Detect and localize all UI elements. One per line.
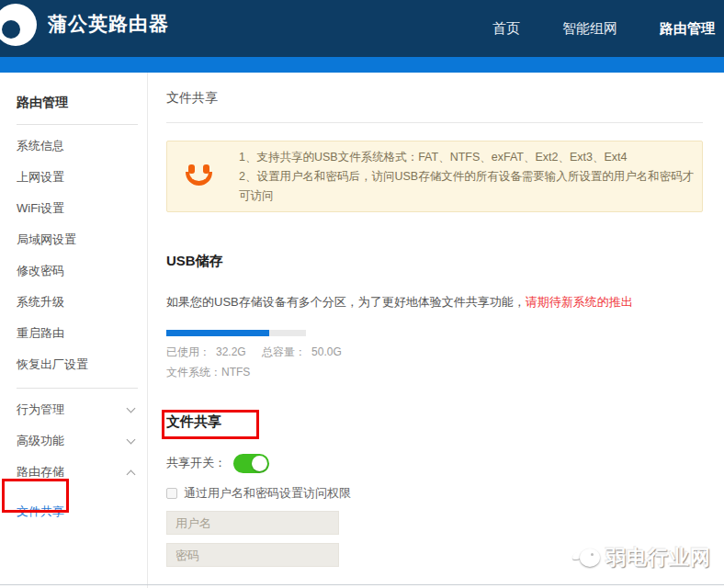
sidebar-item-file-sharing[interactable]: 文件共享: [17, 493, 147, 530]
sidebar-item-lan-settings[interactable]: 局域网设置: [17, 224, 147, 255]
usb-used-value: 32.2G: [216, 345, 246, 358]
nav-item-smart-network[interactable]: 智能组网: [562, 20, 617, 38]
sidebar-item-factory-reset[interactable]: 恢复出厂设置: [17, 349, 147, 380]
share-switch-row: 共享开关：: [166, 453, 703, 473]
sidebar-item-system-info[interactable]: 系统信息: [17, 130, 147, 162]
usb-filesystem: 文件系统：NTFS: [166, 365, 703, 380]
nav-item-home[interactable]: 首页: [492, 20, 520, 38]
usb-total-value: 50.0G: [311, 345, 342, 358]
sidebar-group-advanced-features[interactable]: 高级功能: [17, 425, 138, 457]
usb-progress-bar: [166, 330, 306, 336]
sidebar-group-label: 路由存储: [17, 465, 64, 479]
sidebar-divider: [17, 388, 138, 389]
chevron-up-icon: [127, 470, 136, 480]
notice-line-2: 2、设置用户名和密码后，访问USB存储文件的所有设备需要输入所设置的用户名和密码…: [239, 167, 702, 206]
sidebar-section-title: 路由管理: [17, 95, 147, 111]
file-sharing-heading: 文件共享: [166, 413, 703, 431]
smiley-icon: [186, 164, 215, 188]
share-toggle-knob: [252, 456, 267, 471]
sidebar: 路由管理 系统信息 上网设置 WiFi设置 局域网设置 修改密码 系统升级 重启…: [0, 73, 148, 588]
usb-fs-label: 文件系统：: [166, 366, 221, 379]
auth-checkbox[interactable]: [166, 488, 177, 499]
auth-checkbox-label: 通过用户名和密码设置访问权限: [184, 485, 351, 502]
chevron-down-icon: [127, 404, 136, 413]
sidebar-item-system-upgrade[interactable]: 系统升级: [17, 287, 147, 318]
watermark: 弱电行业网: [572, 544, 711, 571]
notice-line-1: 1、支持共享的USB文件系统格式：FAT、NTFS、exFAT、Ext2、Ext…: [239, 148, 702, 167]
sidebar-item-change-password[interactable]: 修改密码: [17, 255, 147, 287]
title-divider: [166, 122, 703, 123]
auth-checkbox-row: 通过用户名和密码设置访问权限: [166, 485, 703, 502]
watermark-bird-icon: [572, 547, 600, 569]
username-field[interactable]: [166, 511, 339, 535]
usb-used-label: 已使用：: [166, 345, 210, 358]
usb-new-system-notice: 请期待新系统的推出: [526, 295, 633, 309]
sidebar-group-label: 高级功能: [17, 434, 64, 447]
nav-item-router-management[interactable]: 路由管理: [660, 20, 715, 38]
sidebar-group-router-storage[interactable]: 路由存储: [17, 457, 138, 488]
chevron-down-icon: [127, 435, 136, 445]
usb-fs-value: NTFS: [221, 366, 250, 379]
usb-storage-heading: USB储存: [166, 253, 703, 270]
sidebar-item-internet-settings[interactable]: 上网设置: [17, 162, 147, 193]
sidebar-divider: [17, 124, 138, 125]
sidebar-group-label: 行为管理: [17, 402, 64, 416]
app-header: 蒲公英路由器 首页 智能组网 路由管理: [0, 0, 724, 57]
usb-progress-fill: [166, 330, 269, 336]
header-accent-bar: [0, 57, 724, 73]
bottom-divider: [0, 584, 724, 585]
brand-title: 蒲公英路由器: [48, 11, 169, 37]
brand-logo-icon: [0, 4, 37, 46]
share-switch-label: 共享开关：: [166, 455, 226, 471]
usb-usage-stats: 已使用：32.2G 总容量：50.0G: [166, 345, 703, 360]
page-title: 文件共享: [166, 90, 703, 107]
main-content: 文件共享 1、支持共享的USB文件系统格式：FAT、NTFS、exFAT、Ext…: [166, 73, 703, 588]
password-field[interactable]: [166, 543, 339, 567]
notice-box: 1、支持共享的USB文件系统格式：FAT、NTFS、exFAT、Ext2、Ext…: [166, 141, 703, 212]
usb-total-label: 总容量：: [262, 345, 306, 358]
notice-text: 1、支持共享的USB文件系统格式：FAT、NTFS、exFAT、Ext2、Ext…: [239, 148, 702, 206]
brand-logo-hole: [2, 20, 20, 39]
top-nav: 首页 智能组网 路由管理: [492, 0, 715, 57]
usb-storage-description: 如果您的USB存储设备有多个分区，为了更好地体验文件共享功能，请期待新系统的推出: [166, 294, 703, 311]
sidebar-group-behavior-management[interactable]: 行为管理: [17, 394, 138, 425]
sidebar-item-wifi-settings[interactable]: WiFi设置: [17, 193, 147, 224]
sidebar-item-reboot-router[interactable]: 重启路由: [17, 318, 147, 349]
watermark-text: 弱电行业网: [605, 544, 711, 571]
share-toggle[interactable]: [233, 454, 269, 473]
